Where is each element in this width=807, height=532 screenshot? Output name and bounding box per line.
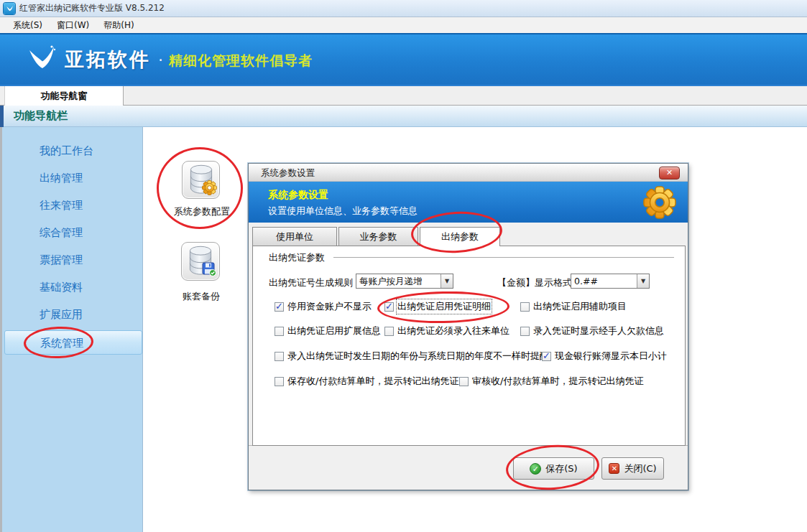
- gear-icon: [643, 186, 676, 222]
- application-window: 红管家出纳记账软件专业版 V8.5.212 系统(S) 窗口(W) 帮助(H) …: [0, 0, 807, 532]
- voucher-rule-value: 每账户按月递增: [359, 276, 423, 288]
- menu-window[interactable]: 窗口(W): [50, 18, 96, 33]
- database-backup-icon: [187, 245, 214, 278]
- checkbox-save-settlement-prompt[interactable]: 保存收/付款结算单时，提示转记出纳凭证: [275, 375, 458, 388]
- close-button[interactable]: 关闭(C): [601, 457, 664, 480]
- checkbox-box[interactable]: [275, 352, 284, 361]
- checkbox-hide-disabled-accounts[interactable]: 停用资金账户不显示: [275, 300, 372, 313]
- dialog-title: 系统参数设置: [261, 167, 315, 179]
- checkbox-audit-settlement-prompt[interactable]: 审核收/付款结算单时，提示转记出纳凭证: [459, 375, 643, 388]
- checkbox-year-mismatch-alert[interactable]: 录入出纳凭证时发生日期的年份与系统日期的年度不一样时提醒: [275, 350, 549, 363]
- checkbox-enable-extended-info[interactable]: 出纳凭证启用扩展信息: [275, 325, 381, 337]
- dialog-close-button[interactable]: ✕: [659, 167, 680, 179]
- brand-separator: ·: [158, 51, 163, 69]
- close-x-icon: [609, 463, 619, 474]
- nav-banner-title: 功能导航栏: [14, 109, 68, 123]
- sidebar-item-comprehensive[interactable]: 综合管理: [4, 220, 142, 245]
- save-button[interactable]: 保存(S): [513, 457, 594, 480]
- document-tabstrip: 功能导航窗: [0, 85, 807, 106]
- checkbox-box[interactable]: [520, 327, 530, 336]
- checkbox-box[interactable]: [520, 302, 530, 312]
- cashier-params-panel: 出纳凭证参数 出纳凭证号生成规则 每账户按月递增 ▼ 【金额】显示格式 0.##…: [252, 246, 686, 446]
- checkbox-box[interactable]: [542, 352, 551, 361]
- sidebar-item-system-management[interactable]: 系统管理: [4, 330, 142, 355]
- sidebar-item-cashier[interactable]: 出纳管理: [4, 166, 142, 190]
- sidebar-item-extensions[interactable]: 扩展应用: [4, 302, 142, 327]
- checkbox-box[interactable]: [384, 302, 394, 312]
- system-params-dialog: 系统参数设置 ✕ 系统参数设置 设置使用单位信息、业务参数等信息: [248, 163, 688, 490]
- menu-help[interactable]: 帮助(H): [96, 18, 141, 33]
- group-divider: [333, 257, 674, 258]
- sidebar-item-bills[interactable]: 票据管理: [4, 248, 142, 272]
- checkbox-box[interactable]: [275, 327, 284, 336]
- dialog-tab-business-params[interactable]: 业务参数: [338, 227, 418, 246]
- brand-logo-icon: [26, 44, 57, 75]
- dialog-tab-cashier-params[interactable]: 出纳参数: [420, 227, 500, 246]
- save-check-icon: [530, 463, 541, 475]
- menu-system[interactable]: 系统(S): [6, 18, 50, 33]
- floppy-disk-icon: [202, 262, 216, 279]
- sidebar-item-workbench[interactable]: 我的工作台: [4, 139, 142, 163]
- dialog-header-subtitle: 设置使用单位信息、业务参数等信息: [268, 205, 418, 218]
- dialog-titlebar: 系统参数设置 ✕: [249, 164, 688, 182]
- nav-accent-bar: [0, 106, 4, 127]
- app-logo-icon: [4, 3, 15, 14]
- database-gear-icon: [188, 164, 215, 197]
- checkbox-box[interactable]: [459, 377, 469, 386]
- menu-bar: 系统(S) 窗口(W) 帮助(H): [0, 17, 807, 33]
- gear-overlay-icon: [202, 180, 217, 198]
- sidebar-item-basic-data[interactable]: 基础资料: [4, 275, 142, 299]
- checkbox-box[interactable]: [275, 302, 284, 312]
- dialog-header: 系统参数设置 设置使用单位信息、业务参数等信息: [249, 182, 688, 223]
- checkbox-box[interactable]: [384, 327, 394, 336]
- checkbox-box[interactable]: [275, 377, 284, 386]
- chevron-down-icon[interactable]: ▼: [441, 274, 453, 288]
- shortcut-system-params-label[interactable]: 系统参数配置: [166, 205, 238, 218]
- voucher-rule-select[interactable]: 每账户按月递增 ▼: [356, 274, 453, 289]
- chevron-down-icon[interactable]: ▼: [637, 274, 649, 288]
- dialog-tab-company[interactable]: 使用单位: [252, 227, 337, 246]
- sidebar: 我的工作台 出纳管理 往来管理 综合管理 票据管理 基础资料 扩展应用 系统管理: [0, 127, 143, 532]
- brand-slogan: 精细化管理软件倡导者: [169, 49, 313, 70]
- checkbox-show-handler-debt[interactable]: 录入凭证时显示经手人欠款信息: [520, 325, 664, 337]
- window-titlebar: 红管家出纳记账软件专业版 V8.5.212: [0, 0, 807, 17]
- checkbox-daily-subtotal[interactable]: 现金银行账簿显示本日小计: [542, 350, 667, 363]
- brand-name: 亚拓软件: [65, 47, 151, 73]
- window-title: 红管家出纳记账软件专业版 V8.5.212: [19, 2, 165, 14]
- shortcut-system-params-button[interactable]: [182, 161, 220, 199]
- shortcut-backup-button[interactable]: [181, 242, 220, 281]
- amount-format-select[interactable]: 0.## ▼: [571, 274, 650, 289]
- dialog-footer: 保存(S) 关闭(C): [249, 445, 688, 490]
- amount-format-value: 0.##: [574, 276, 598, 286]
- group-title: 出纳凭证参数: [269, 251, 325, 264]
- amount-format-label: 【金额】显示格式: [497, 276, 572, 289]
- sidebar-item-contacts[interactable]: 往来管理: [4, 193, 142, 218]
- checkbox-enable-voucher-detail[interactable]: 出纳凭证启用凭证明细: [384, 300, 491, 313]
- shortcut-backup-label[interactable]: 账套备份: [165, 290, 237, 303]
- tab-function-navigation[interactable]: 功能导航窗: [4, 86, 124, 107]
- checkbox-enable-aux-items[interactable]: 出纳凭证启用辅助项目: [520, 300, 627, 313]
- checkbox-require-contact-unit[interactable]: 出纳凭证必须录入往来单位: [384, 325, 509, 337]
- brand-banner: 亚拓软件 · 精细化管理软件倡导者: [0, 33, 807, 85]
- voucher-rule-label: 出纳凭证号生成规则: [269, 276, 353, 289]
- nav-banner: 功能导航栏: [0, 106, 807, 127]
- dialog-header-title: 系统参数设置: [268, 189, 328, 202]
